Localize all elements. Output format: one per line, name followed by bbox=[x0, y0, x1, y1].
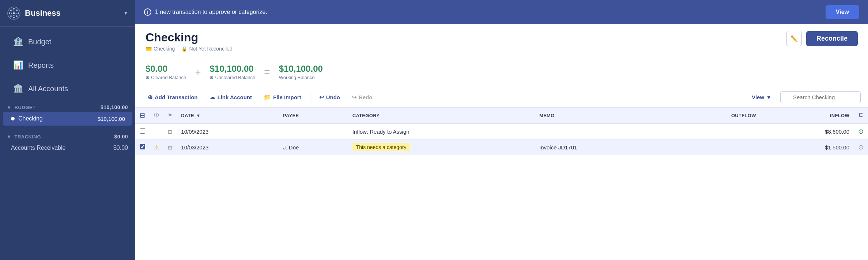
row2-info-icon: ⚠ bbox=[154, 144, 159, 151]
view-dropdown-button[interactable]: View ▼ bbox=[747, 91, 777, 103]
svg-point-5 bbox=[13, 17, 15, 18]
svg-point-3 bbox=[18, 12, 19, 14]
table-row: ⊟ 10/09/2023 Inflow: Ready to Assign $8,… bbox=[135, 123, 868, 140]
date-sort-icon: ▾ bbox=[197, 113, 200, 118]
equals-separator: = bbox=[264, 66, 270, 78]
row2-info-cell: ⚠ bbox=[150, 140, 163, 155]
tracking-section-label: TRACKING bbox=[15, 134, 41, 140]
deselect-all-button[interactable]: ⊟ bbox=[140, 111, 145, 119]
all-accounts-icon: 🏛️ bbox=[13, 84, 23, 93]
col-outflow: OUTFLOW bbox=[666, 108, 760, 123]
row1-cleared-cell: ⊙ bbox=[854, 123, 868, 140]
checking-account-amount: $10,100.00 bbox=[98, 116, 125, 122]
transactions-table-container: ⊟ ⓘ ⚑ DATE ▾ PAYEE CATEGORY MEMO OU bbox=[135, 108, 868, 260]
col-checkbox: ⊟ bbox=[135, 108, 150, 123]
reconcile-status-text: Not Yet Reconciled bbox=[189, 46, 232, 52]
toolbar-right: View ▼ 🔍 bbox=[747, 91, 861, 103]
meta-reconcile-status: 🔒 Not Yet Reconciled bbox=[181, 46, 232, 52]
notification-message-area: i 1 new transaction to approve or catego… bbox=[144, 8, 267, 16]
tracking-chevron-icon[interactable]: ∨ bbox=[7, 134, 11, 139]
cleared-icon: ⊕ bbox=[146, 75, 150, 80]
redo-button[interactable]: ↪ Redo bbox=[347, 91, 378, 104]
sidebar: Business ▼ 🏦 Budget 📊 Reports 🏛️ All Acc… bbox=[0, 0, 135, 260]
uncleared-balance-block: $10,100.00 ⊕ Uncleared Balance bbox=[210, 64, 255, 80]
notification-view-button[interactable]: View bbox=[826, 5, 859, 19]
row1-category[interactable]: Inflow: Ready to Assign bbox=[348, 123, 535, 140]
page-header-right: ✏️ Reconcile bbox=[786, 31, 858, 46]
link-account-button[interactable]: ☁ Link Account bbox=[204, 91, 257, 104]
notification-text: 1 new transaction to approve or categori… bbox=[155, 9, 267, 15]
row2-cleared-button[interactable]: ⊙ bbox=[858, 143, 864, 151]
add-icon: ⊕ bbox=[148, 94, 152, 101]
budget-section-amount: $10,100.00 bbox=[101, 104, 128, 110]
svg-point-11 bbox=[14, 15, 15, 16]
page-header-left: Checking 💳 Checking 🔒 Not Yet Reconciled bbox=[146, 31, 233, 52]
col-info: ⓘ bbox=[150, 108, 163, 123]
row2-checkbox-cell bbox=[135, 140, 150, 155]
sidebar-item-all-accounts-label: All Accounts bbox=[28, 85, 68, 93]
col-cleared: C bbox=[854, 108, 868, 123]
svg-point-2 bbox=[16, 10, 18, 11]
page-title: Checking bbox=[146, 31, 233, 44]
link-icon: ☁ bbox=[210, 94, 215, 101]
row2-date: 10/03/2023 bbox=[177, 140, 279, 155]
row2-cleared-cell: ⊙ bbox=[854, 140, 868, 155]
sidebar-item-reports-label: Reports bbox=[28, 61, 54, 70]
sidebar-account-receivable[interactable]: Accounts Receivable $0.00 bbox=[0, 141, 135, 155]
svg-point-4 bbox=[16, 15, 18, 17]
sidebar-item-all-accounts[interactable]: 🏛️ All Accounts bbox=[3, 77, 132, 100]
sidebar-dropdown-icon[interactable]: ▼ bbox=[124, 11, 128, 16]
row2-category[interactable]: This needs a category bbox=[348, 140, 535, 155]
cleared-balance-amount: $0.00 bbox=[146, 64, 186, 74]
reconcile-button[interactable]: Reconcile bbox=[806, 31, 858, 46]
needs-category-badge: This needs a category bbox=[352, 143, 410, 151]
row2-memo: Invoice JD1701 bbox=[535, 140, 666, 155]
row2-inflow: $1,500.00 bbox=[761, 140, 854, 155]
main-content: i 1 new transaction to approve or catego… bbox=[135, 0, 868, 260]
row1-cleared-button[interactable]: ⊙ bbox=[858, 127, 864, 135]
page-meta: 💳 Checking 🔒 Not Yet Reconciled bbox=[146, 46, 233, 52]
budget-chevron-icon[interactable]: ∨ bbox=[7, 105, 11, 110]
tracking-section-amount: $0.00 bbox=[114, 134, 128, 140]
budget-section-label: BUDGET bbox=[15, 105, 36, 110]
file-icon: 📁 bbox=[264, 94, 271, 101]
working-balance-label: Working Balance bbox=[279, 75, 323, 80]
working-balance-block: $10,100.00 Working Balance bbox=[279, 64, 323, 80]
notification-bar: i 1 new transaction to approve or catego… bbox=[135, 0, 868, 24]
checking-account-name: Checking bbox=[18, 115, 98, 122]
row1-checkbox[interactable] bbox=[140, 128, 145, 134]
search-wrapper: 🔍 bbox=[780, 91, 861, 103]
toolbar-divider bbox=[310, 93, 310, 102]
row1-date: 10/09/2023 bbox=[177, 123, 279, 140]
svg-point-9 bbox=[14, 11, 15, 12]
uncleared-icon: ⊕ bbox=[210, 75, 214, 80]
sidebar-item-budget[interactable]: 🏦 Budget bbox=[3, 30, 132, 53]
row1-inflow: $8,600.00 bbox=[761, 123, 854, 140]
cleared-balance-label: ⊕ Cleared Balance bbox=[146, 75, 186, 80]
svg-point-7 bbox=[9, 12, 10, 14]
col-flag: ⚑ bbox=[163, 108, 177, 123]
row2-outflow bbox=[666, 140, 760, 155]
table-row: ⚠ ⊟ 10/03/2023 J. Doe This needs a categ… bbox=[135, 140, 868, 155]
file-import-button[interactable]: 📁 File Import bbox=[258, 91, 306, 104]
add-transaction-button[interactable]: ⊕ Add Transaction bbox=[143, 91, 203, 104]
col-date[interactable]: DATE ▾ bbox=[177, 108, 279, 123]
undo-button[interactable]: ↩ Undo bbox=[314, 91, 345, 104]
meta-account-label: Checking bbox=[154, 46, 175, 52]
account-type-icon: 💳 bbox=[146, 46, 152, 52]
sidebar-item-budget-label: Budget bbox=[28, 38, 51, 46]
redo-icon: ↪ bbox=[352, 94, 356, 101]
search-input[interactable] bbox=[780, 91, 861, 103]
row2-checkbox[interactable] bbox=[140, 144, 145, 149]
row2-flag-icon: ⊟ bbox=[168, 145, 172, 151]
svg-point-1 bbox=[13, 8, 15, 10]
row2-payee: J. Doe bbox=[279, 140, 348, 155]
sidebar-account-checking[interactable]: Checking $10,100.00 bbox=[3, 112, 132, 126]
edit-account-button[interactable]: ✏️ bbox=[786, 31, 802, 46]
sidebar-item-reports[interactable]: 📊 Reports bbox=[3, 54, 132, 77]
sidebar-title: Business bbox=[25, 8, 119, 18]
col-payee: PAYEE bbox=[279, 108, 348, 123]
account-dot-icon bbox=[11, 117, 15, 120]
page-header: Checking 💳 Checking 🔒 Not Yet Reconciled… bbox=[135, 24, 868, 57]
meta-account-type: 💳 Checking bbox=[146, 46, 175, 52]
